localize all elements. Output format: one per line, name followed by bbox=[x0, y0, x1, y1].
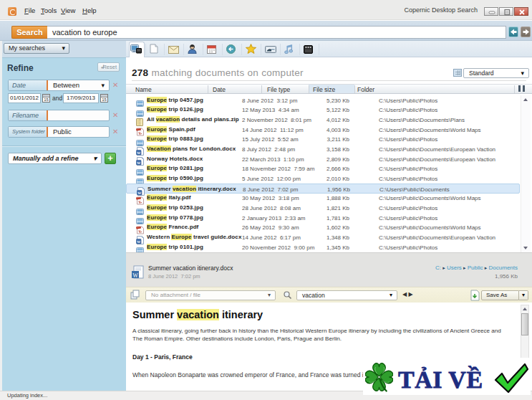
svg-text:W: W bbox=[132, 272, 138, 279]
